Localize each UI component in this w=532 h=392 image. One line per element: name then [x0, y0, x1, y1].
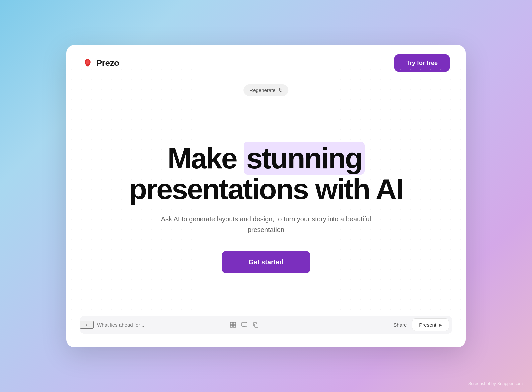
- preview-toolbar: [224, 322, 264, 328]
- presentation-title-input[interactable]: [94, 322, 224, 327]
- preview-bar: ‹: [80, 316, 452, 334]
- comment-icon: [241, 322, 248, 328]
- copy-icon: [252, 322, 259, 328]
- comment-icon-button[interactable]: [241, 322, 248, 328]
- present-button[interactable]: Present ▶: [412, 318, 449, 331]
- svg-rect-9: [255, 324, 258, 327]
- svg-point-1: [86, 60, 89, 64]
- svg-rect-5: [233, 322, 236, 325]
- svg-rect-7: [233, 325, 236, 327]
- regenerate-badge: Regenerate ↻: [243, 84, 288, 96]
- logo-icon: [82, 58, 93, 68]
- svg-rect-6: [230, 325, 233, 327]
- copy-icon-button[interactable]: [252, 322, 259, 328]
- play-icon: ▶: [439, 323, 442, 327]
- hero-title-part1: Make: [167, 142, 236, 175]
- regenerate-icon: ↻: [278, 87, 283, 93]
- svg-rect-3: [87, 66, 89, 66]
- hero-subtitle: Ask AI to generate layouts and design, t…: [153, 214, 379, 235]
- share-button[interactable]: Share: [388, 322, 412, 327]
- logo[interactable]: Prezo: [82, 58, 119, 68]
- try-free-button[interactable]: Try for free: [394, 54, 450, 72]
- hero-title: Make stunning presentations with AI: [129, 143, 403, 204]
- back-icon: ‹: [86, 321, 88, 328]
- hero-title-highlight: stunning: [244, 142, 364, 175]
- logo-text: Prezo: [96, 58, 119, 68]
- hero-section: Regenerate ↻ Make stunning presentations…: [66, 81, 466, 316]
- present-label: Present: [419, 322, 436, 327]
- hero-title-part2: presentations with AI: [129, 173, 403, 205]
- layout-icon-button[interactable]: [230, 322, 236, 328]
- get-started-button[interactable]: Get started: [222, 251, 310, 273]
- back-button[interactable]: ‹: [80, 321, 94, 329]
- header: Prezo Try for free: [66, 45, 466, 81]
- screenshot-credit: Screenshot by Xnapper.com: [468, 381, 523, 386]
- svg-rect-4: [230, 322, 233, 325]
- regenerate-label: Regenerate: [249, 87, 275, 93]
- layout-icon: [230, 322, 236, 328]
